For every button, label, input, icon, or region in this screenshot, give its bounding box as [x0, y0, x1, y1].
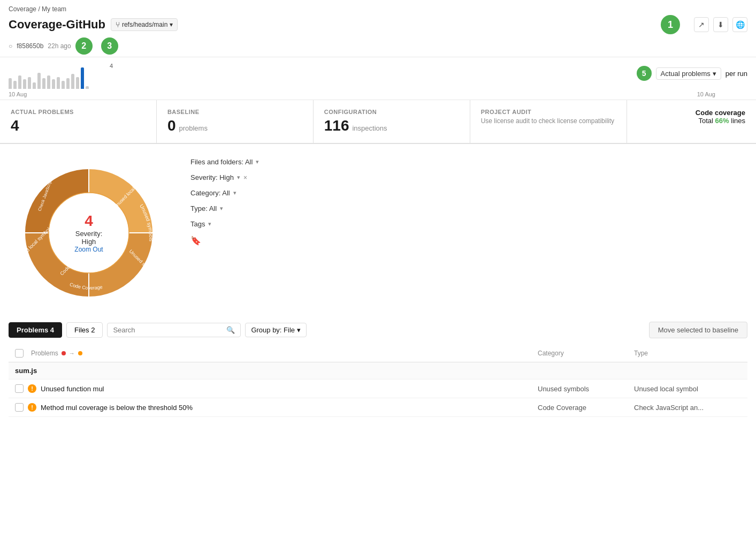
table-header: Problems → Category Type [9, 345, 747, 362]
tab-row: Problems 4 Files 2 🔍 Group by: File ▾ Mo… [9, 322, 747, 338]
breadcrumb: Coverage / My team [9, 5, 747, 13]
chevron-down-icon: ▾ [237, 174, 240, 181]
chevron-down-icon: ▾ [220, 205, 223, 212]
type-filter[interactable]: Type: All ▾ [190, 204, 747, 213]
warning-icon: ! [28, 384, 36, 393]
chart-bar [62, 81, 65, 89]
breadcrumb-current[interactable]: My team [42, 5, 66, 13]
step-badge-2: 2 [75, 37, 93, 55]
problem-checkbox[interactable] [15, 403, 24, 412]
problem-category: Code Coverage [538, 404, 634, 412]
chart-bar [52, 79, 55, 89]
problem-row-1[interactable]: ! Unused function mul Unused symbols Unu… [9, 380, 747, 398]
breadcrumb-root[interactable]: Coverage [9, 5, 36, 13]
arrow-icon: → [69, 350, 75, 356]
problem-text: Method mul coverage is below the thresho… [41, 404, 538, 412]
dot-red-icon [62, 351, 66, 355]
configuration-card[interactable]: CONFIGURATION 116 inspections [314, 100, 470, 143]
problem-row-2[interactable]: ! Method mul coverage is below the thres… [9, 398, 747, 417]
run-chart: 4 10 Aug 10 Aug 5 Actual problems ▾ per … [0, 57, 756, 100]
search-box: 🔍 [107, 323, 241, 337]
baseline-card[interactable]: BASELINE 0 problems [157, 100, 314, 143]
project-audit-card[interactable]: PROJECT AUDIT Use license audit to check… [470, 100, 627, 143]
main-content: Unused local symbol Unused symbols Code … [0, 144, 756, 322]
chart-bar [76, 77, 79, 89]
chart-bar [42, 78, 45, 89]
problem-type: Check JavaScript an... [634, 404, 741, 412]
chart-bar [47, 75, 50, 89]
chevron-down-icon: ▾ [208, 221, 211, 227]
severity-close-icon[interactable]: × [243, 174, 247, 181]
code-coverage-pct: 66% [715, 117, 729, 125]
per-run-label: per run [726, 70, 747, 78]
code-coverage-card[interactable]: Code coverage Total 66% lines [627, 100, 757, 143]
zoom-out-button[interactable]: Zoom Out [74, 246, 103, 253]
problem-type: Unused local symbol [634, 385, 741, 393]
chart-bar [23, 79, 26, 89]
chart-bar-active[interactable] [81, 67, 84, 89]
severity-filter[interactable]: Severity: High ▾ × [190, 173, 747, 181]
move-to-baseline-button[interactable]: Move selected to baseline [649, 322, 747, 338]
file-group-row: sum.js [9, 362, 747, 380]
files-folders-filter[interactable]: Files and folders: All ▾ [190, 158, 747, 166]
chevron-down-icon: ▾ [233, 189, 236, 196]
donut-center: 4 Severity: High Zoom Out [74, 213, 103, 253]
chart-bar [33, 82, 36, 89]
tab-problems[interactable]: Problems 4 [9, 322, 62, 338]
category-filter[interactable]: Category: All ▾ [190, 189, 747, 197]
group-by-selector[interactable]: Group by: File ▾ [245, 323, 307, 337]
page-title: Coverage-GitHub [9, 18, 105, 32]
chart-bar [9, 78, 12, 89]
select-all-checkbox[interactable] [15, 349, 24, 358]
search-input[interactable] [113, 326, 223, 334]
commit-icon: ○ [9, 42, 12, 50]
problem-category: Unused symbols [538, 385, 634, 393]
chart-bar [71, 74, 74, 89]
globe-button[interactable]: 🌐 [732, 17, 747, 32]
chart-bar [13, 81, 17, 89]
actual-problems-card[interactable]: ACTUAL PROBLEMS 4 [0, 100, 157, 143]
problem-checkbox[interactable] [15, 384, 24, 393]
top-right-icons: ↗ ⬇ 🌐 [694, 17, 747, 32]
donut-number: 4 [74, 213, 103, 230]
chart-bar [66, 78, 70, 89]
chart-bar [18, 75, 21, 89]
step-badge-3: 3 [101, 37, 118, 55]
chart-number: 4 [110, 63, 113, 69]
chart-bar [86, 86, 89, 89]
actual-problems-filter[interactable]: Actual problems ▾ [656, 67, 721, 80]
tags-filter[interactable]: Tags ▾ [190, 220, 747, 228]
stats-row: ACTUAL PROBLEMS 4 BASELINE 0 problems CO… [0, 100, 756, 144]
download-button[interactable]: ⬇ [713, 17, 728, 32]
chart-filter-row: 5 Actual problems ▾ per run [637, 66, 747, 81]
donut-section: Unused local symbol Unused symbols Code … [9, 153, 180, 313]
warning-icon: ! [28, 403, 36, 412]
commit-time: 22h ago [48, 42, 71, 50]
search-icon: 🔍 [226, 326, 235, 334]
tab-files[interactable]: Files 2 [66, 322, 103, 338]
step-badge-1: 1 [661, 15, 680, 34]
step-badge-5: 5 [637, 66, 652, 81]
chevron-down-icon: ▾ [256, 158, 259, 165]
filters-section: Files and folders: All ▾ Severity: High … [190, 153, 747, 313]
chart-labels: 10 Aug 10 Aug [9, 91, 747, 97]
export-button[interactable]: ↗ [694, 17, 709, 32]
chart-bar [37, 73, 41, 89]
problems-section: Problems 4 Files 2 🔍 Group by: File ▾ Mo… [0, 322, 756, 426]
chevron-down-icon: ▾ [297, 326, 301, 334]
donut-chart: Unused local symbol Unused symbols Code … [9, 153, 169, 313]
chart-bar [28, 77, 31, 89]
bookmark-icon[interactable]: 🔖 [190, 236, 747, 246]
problem-text: Unused function mul [41, 385, 538, 393]
chart-bar [57, 77, 60, 89]
branch-selector[interactable]: ⑂ refs/heads/main ▾ [111, 18, 178, 31]
dot-yellow-icon [78, 351, 82, 355]
commit-hash[interactable]: f858650b [17, 42, 43, 50]
